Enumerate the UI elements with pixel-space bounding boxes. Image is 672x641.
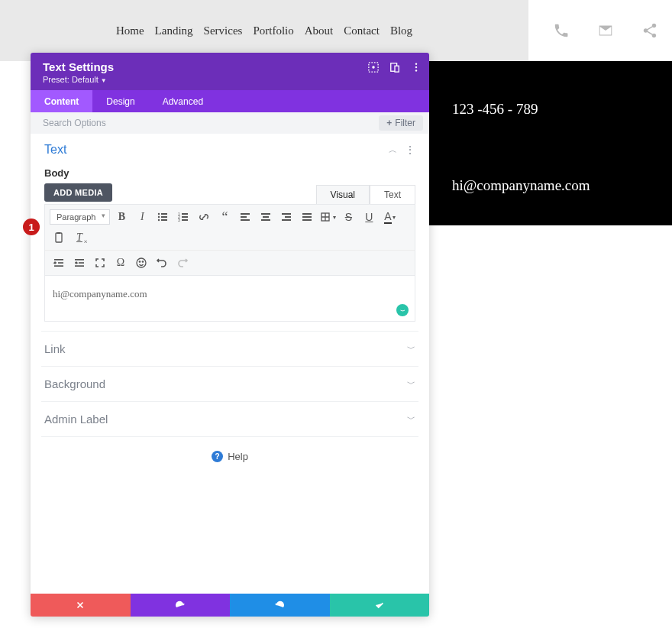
table-icon[interactable]: ▾ (318, 208, 337, 226)
tab-content[interactable]: Content (31, 90, 92, 112)
tab-advanced[interactable]: Advanced (149, 90, 217, 112)
svg-rect-20 (241, 216, 247, 218)
ol-icon[interactable]: 123 (174, 208, 192, 226)
text-settings-modal: Text Settings Preset: Default ▼ Content … (31, 53, 429, 617)
search-input[interactable]: Search Options (43, 118, 106, 128)
chevron-down-icon: ﹀ (407, 343, 415, 354)
bold-icon[interactable]: B (112, 208, 131, 226)
svg-rect-33 (57, 232, 60, 234)
undo-icon[interactable] (153, 254, 171, 272)
editor-tab-visual[interactable]: Visual (316, 185, 370, 204)
nav-contact[interactable]: Contact (344, 24, 380, 37)
section-link[interactable]: Link ﹀ (31, 332, 429, 366)
nav-about[interactable]: About (305, 24, 334, 37)
indent-icon[interactable] (70, 254, 89, 272)
svg-rect-19 (241, 213, 250, 215)
paste-icon[interactable] (50, 228, 68, 247)
svg-rect-32 (56, 233, 62, 242)
page-header: Home Landing Services Portfolio About Co… (0, 0, 528, 61)
chevron-up-icon: ︿ (389, 144, 397, 156)
paragraph-select[interactable]: Paragraph (50, 209, 110, 225)
body-label: Body (44, 167, 415, 179)
search-row: Search Options +Filter (31, 112, 429, 134)
tab-design[interactable]: Design (92, 90, 148, 112)
add-media-button[interactable]: ADD MEDIA (44, 183, 112, 202)
align-justify-icon[interactable] (298, 208, 316, 226)
svg-point-41 (139, 261, 140, 262)
modal-header[interactable]: Text Settings Preset: Default ▼ (31, 53, 429, 90)
svg-rect-34 (54, 259, 63, 261)
strike-icon[interactable]: S (339, 208, 357, 226)
nav-home[interactable]: Home (116, 24, 144, 37)
modal-footer (31, 594, 429, 617)
svg-rect-38 (79, 262, 84, 264)
snap-icon[interactable] (368, 62, 379, 73)
contact-icon-strip (539, 0, 672, 61)
callout-marker: 1 (23, 219, 40, 235)
contact-side-panel: 123 -456 - 789 hi@companyname.com (429, 61, 672, 225)
cancel-button[interactable] (31, 594, 131, 617)
svg-rect-10 (161, 216, 167, 218)
section-text-title: Text (44, 143, 66, 157)
kebab-icon[interactable]: ⋮ (405, 144, 415, 156)
ul-icon[interactable] (153, 208, 172, 226)
filter-button[interactable]: +Filter (379, 115, 423, 131)
svg-point-1 (372, 66, 375, 69)
chevron-down-icon: ﹀ (407, 413, 415, 425)
svg-rect-12 (161, 219, 167, 221)
emoji-icon[interactable] (132, 254, 150, 272)
svg-rect-16 (182, 216, 188, 218)
nav-portfolio[interactable]: Portfolio (253, 24, 293, 37)
save-button[interactable] (330, 594, 430, 617)
grammar-check-icon[interactable] (396, 304, 409, 316)
kebab-icon[interactable] (411, 62, 422, 73)
redo-button[interactable] (230, 594, 330, 617)
link-icon[interactable] (195, 208, 213, 226)
svg-rect-22 (261, 213, 270, 215)
share-icon[interactable] (628, 22, 672, 39)
svg-rect-29 (302, 216, 312, 218)
fullscreen-icon[interactable] (91, 254, 109, 272)
svg-point-4 (415, 63, 417, 64)
svg-text:3: 3 (178, 218, 180, 222)
italic-icon[interactable]: I (133, 208, 151, 226)
clear-format-icon[interactable]: T× (70, 228, 89, 247)
svg-rect-36 (54, 265, 63, 267)
underline-icon[interactable]: U (360, 208, 378, 226)
svg-rect-18 (182, 219, 188, 221)
editor-tab-text[interactable]: Text (370, 185, 415, 204)
mail-icon[interactable] (583, 22, 628, 39)
nav-landing[interactable]: Landing (155, 24, 193, 37)
omega-icon[interactable]: Ω (111, 254, 130, 272)
main-tabs: Content Design Advanced (31, 90, 429, 112)
preset-label[interactable]: Preset: Default ▼ (43, 75, 417, 84)
svg-rect-37 (75, 259, 84, 261)
nav-blog[interactable]: Blog (390, 24, 412, 37)
svg-point-11 (158, 219, 160, 221)
svg-point-40 (137, 258, 146, 267)
align-center-icon[interactable] (257, 208, 275, 226)
text-color-icon[interactable]: A▾ (380, 208, 399, 226)
nav-services[interactable]: Services (204, 24, 243, 37)
phone-icon[interactable] (539, 22, 583, 39)
undo-button[interactable] (131, 594, 231, 617)
svg-rect-26 (285, 216, 291, 218)
chevron-down-icon: ﹀ (407, 378, 415, 390)
outdent-icon[interactable] (50, 254, 68, 272)
svg-rect-21 (241, 219, 250, 221)
editor-content[interactable]: hi@companyname.com (44, 276, 415, 322)
align-left-icon[interactable] (236, 208, 254, 226)
section-admin-label[interactable]: Admin Label ﹀ (31, 402, 429, 436)
section-background[interactable]: Background ﹀ (31, 367, 429, 401)
responsive-icon[interactable] (389, 62, 400, 73)
svg-point-6 (415, 70, 417, 71)
svg-point-42 (142, 261, 143, 262)
help-link[interactable]: ? Help (31, 437, 429, 476)
section-text[interactable]: Text ︿ ⋮ (44, 143, 415, 157)
align-right-icon[interactable] (277, 208, 296, 226)
editor-toolbar: Paragraph B I 123 “ ▾ S U A▾ T× (44, 204, 415, 276)
svg-point-5 (415, 66, 417, 68)
redo-icon[interactable] (173, 254, 192, 272)
svg-point-9 (158, 216, 160, 218)
quote-icon[interactable]: “ (215, 208, 234, 226)
